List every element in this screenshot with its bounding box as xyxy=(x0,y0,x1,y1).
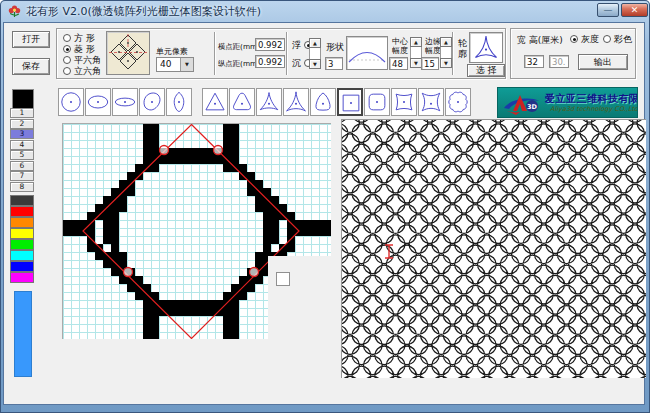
layer-button-1[interactable]: 1 xyxy=(10,108,34,118)
height-field[interactable]: 30. xyxy=(549,55,569,68)
shape-star-square-icon[interactable] xyxy=(418,88,444,116)
shape-triangle-icon[interactable] xyxy=(202,88,228,116)
color-swatch[interactable] xyxy=(10,228,34,239)
dropdown-arrow-icon[interactable]: ▼ xyxy=(180,58,193,71)
radio-icon xyxy=(63,34,71,42)
titlebar[interactable]: 花有形 V2.0(微透镜阵列光栅立体图案设计软件) — ✕ xyxy=(0,0,650,22)
width-field[interactable]: 32 xyxy=(524,55,544,68)
layer-button-4[interactable]: 4 xyxy=(10,140,34,150)
size-label: 宽 高(厘米) xyxy=(517,34,563,47)
shape-bell-triangle-icon[interactable] xyxy=(310,88,336,116)
layer-button-5[interactable]: 5 xyxy=(10,150,34,160)
window-title: 花有形 V2.0(微透镜阵列光栅立体图案设计软件) xyxy=(26,4,261,19)
outline-label: 轮廓 xyxy=(457,38,468,60)
color-swatch[interactable] xyxy=(10,195,34,206)
color-swatch[interactable] xyxy=(10,250,34,261)
output-button[interactable]: 输出 xyxy=(578,54,628,70)
shape-field[interactable]: 3 xyxy=(325,57,343,70)
lattice-option-diamond[interactable]: 菱 形 xyxy=(63,44,95,54)
shape-wide-ellipse-icon[interactable] xyxy=(85,88,111,116)
v-pitch-label: 纵点距(mm) xyxy=(218,58,260,68)
radio-icon xyxy=(570,35,578,43)
grayscale-radio[interactable]: 灰度 xyxy=(570,34,599,44)
save-button[interactable]: 保存 xyxy=(12,58,50,75)
shape-pillow-square-icon[interactable] xyxy=(391,88,417,116)
shape-label: 形状 xyxy=(326,41,344,54)
company-logo-icon: 3D xyxy=(501,91,545,117)
shape-rounded-triangle-icon[interactable] xyxy=(229,88,255,116)
open-button[interactable]: 打开 xyxy=(12,31,50,48)
minimize-button[interactable]: — xyxy=(597,3,619,17)
color-swatch[interactable] xyxy=(10,261,34,272)
layer-button-2[interactable]: 2 xyxy=(10,119,34,129)
radio-icon xyxy=(63,45,71,53)
svg-text:3D: 3D xyxy=(527,103,538,111)
color-swatch[interactable] xyxy=(10,206,34,217)
outline-select-button[interactable]: 选 择 xyxy=(467,64,505,77)
separator xyxy=(214,32,216,75)
color-radio[interactable]: 彩色 xyxy=(603,34,632,44)
v-pitch-field[interactable]: 0.992 xyxy=(255,55,285,68)
company-name-en: Aliya3d technology CO.,Ltd xyxy=(550,105,638,113)
app-icon xyxy=(7,3,22,18)
spin-up-button[interactable]: ▲ xyxy=(440,37,452,47)
color-swatch[interactable] xyxy=(10,272,34,283)
radio-icon xyxy=(603,35,611,43)
relief-spinner: ▲ ▼ xyxy=(309,38,321,69)
layer-button-6[interactable]: 6 xyxy=(10,161,34,171)
layer-button-7[interactable]: 7 xyxy=(10,171,34,181)
shape-egg-icon[interactable] xyxy=(139,88,165,116)
app-window: 花有形 V2.0(微透镜阵列光栅立体图案设计软件) — ✕ 打开 保存 方 形 … xyxy=(0,0,650,413)
editor-canvas-svg[interactable] xyxy=(63,124,331,339)
radio-icon xyxy=(63,56,71,64)
shape-palette xyxy=(58,88,472,118)
current-color-swatch[interactable] xyxy=(12,89,34,109)
center-amplitude-label: 中心幅度 xyxy=(391,38,409,55)
outline-shape-icon xyxy=(470,33,502,62)
separator xyxy=(286,32,288,75)
unit-pixel-select[interactable]: 40 ▼ xyxy=(156,57,194,72)
minimize-icon: — xyxy=(604,5,613,15)
preview-canvas-svg[interactable] xyxy=(342,120,646,378)
lattice-option-flat-hex[interactable]: 平六角 xyxy=(63,55,101,65)
separator xyxy=(452,32,454,75)
shape-clover-icon[interactable] xyxy=(445,88,471,116)
sidebar-slider[interactable] xyxy=(14,291,32,377)
company-name-cn: 爱立亚三维科技有限公司 xyxy=(545,92,638,106)
h-pitch-label: 横点距(mm) xyxy=(218,41,260,51)
brand-panel: 3D 爱立亚三维科技有限公司 Aliya3d technology CO.,Lt… xyxy=(497,87,638,118)
layer-button-8[interactable]: 8 xyxy=(10,182,34,192)
lattice-preview-icon xyxy=(107,32,149,74)
shape-pointed-oval-icon[interactable] xyxy=(166,88,192,116)
spin-up-button[interactable]: ▲ xyxy=(309,38,321,48)
pattern-preview[interactable] xyxy=(341,119,646,378)
h-pitch-field[interactable]: 0.992 xyxy=(255,38,285,51)
lattice-preview xyxy=(106,31,150,75)
close-icon: ✕ xyxy=(631,5,639,15)
color-swatch[interactable] xyxy=(10,239,34,250)
shape-flat-ellipse-icon[interactable] xyxy=(112,88,138,116)
layer-button-3[interactable]: 3 xyxy=(10,129,34,139)
unit-cell-editor[interactable] xyxy=(62,123,331,339)
close-button[interactable]: ✕ xyxy=(621,3,648,17)
shape-circle-icon[interactable] xyxy=(58,88,84,116)
lattice-option-std-hex[interactable]: 立六角 xyxy=(63,66,101,76)
unit-pixel-label: 单元像素 xyxy=(156,46,188,57)
shape-square-icon[interactable] xyxy=(337,88,363,116)
spin-up-button[interactable]: ▲ xyxy=(410,37,422,47)
shape-rounded-square-icon[interactable] xyxy=(364,88,390,116)
radio-icon xyxy=(63,67,71,75)
outline-preview xyxy=(469,32,503,63)
color-swatch[interactable] xyxy=(10,217,34,228)
edge-amplitude-spinner: ▲ ▼ xyxy=(440,37,452,68)
center-amplitude-field[interactable]: 48 xyxy=(389,57,408,70)
shape-concave-triangle-icon[interactable] xyxy=(256,88,282,116)
lens-profile-icon xyxy=(347,37,387,69)
spin-down-button[interactable]: ▼ xyxy=(309,59,321,69)
spin-down-button[interactable]: ▼ xyxy=(440,58,452,68)
curve-preview xyxy=(346,36,388,70)
shape-tri-star-icon[interactable] xyxy=(283,88,309,116)
edge-amplitude-field[interactable]: 15 xyxy=(421,57,439,70)
lattice-option-square[interactable]: 方 形 xyxy=(63,33,95,43)
